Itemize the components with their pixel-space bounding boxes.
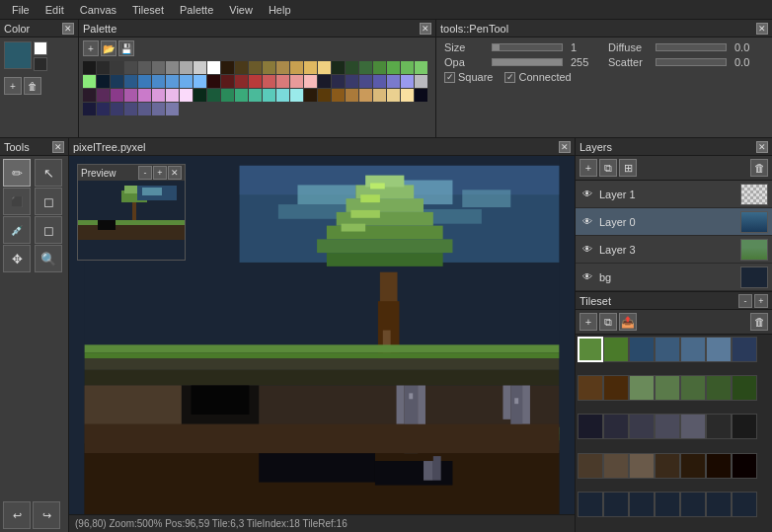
undo-btn[interactable]: ↩ [3, 501, 31, 529]
layer-visibility-btn[interactable]: 👁 [579, 242, 595, 258]
palette-color-swatch[interactable] [332, 61, 345, 74]
menu-palette[interactable]: Palette [172, 0, 221, 19]
tileset-cell[interactable] [680, 414, 706, 439]
palette-color-swatch[interactable] [332, 89, 345, 102]
menu-help[interactable]: Help [261, 0, 299, 19]
tileset-export-btn[interactable]: 📤 [619, 313, 637, 331]
palette-color-swatch[interactable] [304, 61, 317, 74]
palette-save-btn[interactable]: 💾 [118, 40, 134, 56]
tileset-plus-btn[interactable]: + [754, 294, 768, 308]
tileset-cell[interactable] [578, 414, 603, 439]
tileset-copy-btn[interactable]: ⧉ [599, 313, 617, 331]
menu-edit[interactable]: Edit [38, 0, 72, 19]
palette-color-swatch[interactable] [193, 75, 206, 88]
palette-color-swatch[interactable] [401, 61, 414, 74]
palette-color-swatch[interactable] [346, 89, 358, 102]
palette-color-swatch[interactable] [359, 61, 372, 74]
bg-color-swatch[interactable] [34, 41, 47, 55]
color-delete-btn[interactable]: 🗑 [24, 77, 41, 95]
preview-minus-btn[interactable]: - [138, 166, 152, 180]
palette-color-swatch[interactable] [290, 75, 303, 88]
extra-color-swatch[interactable] [34, 57, 47, 71]
tileset-cell[interactable] [603, 337, 629, 362]
fill-tool-btn[interactable]: ⬛ [3, 188, 31, 215]
palette-color-swatch[interactable] [318, 75, 331, 88]
palette-color-swatch[interactable] [290, 61, 303, 74]
palette-color-swatch[interactable] [152, 103, 165, 115]
preview-close-btn[interactable]: ✕ [168, 166, 182, 180]
menu-file[interactable]: File [4, 0, 38, 19]
tileset-cell[interactable] [629, 375, 655, 401]
palette-color-swatch[interactable] [83, 89, 96, 102]
tileset-cell[interactable] [578, 453, 603, 479]
palette-color-swatch[interactable] [111, 75, 123, 88]
tileset-cell[interactable] [732, 337, 757, 362]
palette-color-swatch[interactable] [387, 75, 400, 88]
tileset-cell[interactable] [578, 375, 603, 401]
palette-color-swatch[interactable] [249, 75, 262, 88]
palette-color-swatch[interactable] [276, 61, 289, 74]
zoom-tool-btn[interactable]: 🔍 [35, 245, 62, 272]
palette-color-swatch[interactable] [180, 89, 193, 102]
palette-color-swatch[interactable] [221, 75, 234, 88]
tileset-delete-btn[interactable]: 🗑 [750, 313, 768, 331]
diffuse-slider[interactable] [656, 43, 727, 51]
tileset-cell[interactable] [706, 414, 732, 439]
palette-color-swatch[interactable] [318, 61, 331, 74]
palette-color-swatch[interactable] [304, 89, 317, 102]
redo-btn[interactable]: ↪ [33, 501, 60, 529]
palette-color-swatch[interactable] [207, 89, 220, 102]
menu-canvas[interactable]: Canvas [72, 0, 124, 19]
palette-color-swatch[interactable] [415, 75, 427, 88]
palette-color-swatch[interactable] [387, 61, 400, 74]
palette-color-swatch[interactable] [207, 61, 220, 74]
palette-color-swatch[interactable] [263, 89, 275, 102]
preview-plus-btn[interactable]: + [153, 166, 167, 180]
palette-color-swatch[interactable] [401, 75, 414, 88]
eraser-tool-btn[interactable]: ◻ [35, 216, 62, 244]
tileset-cell[interactable] [655, 453, 680, 479]
palette-color-swatch[interactable] [124, 75, 137, 88]
shape-tool-btn[interactable]: ◻ [35, 188, 62, 215]
pen-tool-btn[interactable]: ✏ [3, 159, 31, 187]
canvas-close[interactable]: ✕ [559, 141, 571, 153]
palette-color-swatch[interactable] [83, 75, 96, 88]
tileset-cell[interactable] [629, 453, 655, 479]
palette-color-swatch[interactable] [138, 75, 151, 88]
palette-color-swatch[interactable] [249, 61, 262, 74]
tileset-cell[interactable] [603, 414, 629, 439]
palette-color-swatch[interactable] [97, 89, 110, 102]
palette-color-swatch[interactable] [373, 75, 386, 88]
layers-merge-btn[interactable]: ⊞ [619, 159, 637, 177]
tileset-minus-btn[interactable]: - [738, 294, 752, 308]
opa-slider[interactable] [492, 58, 563, 66]
palette-color-swatch[interactable] [111, 103, 123, 115]
layer-row[interactable]: 👁Layer 1 [576, 181, 772, 208]
color-add-btn[interactable]: + [4, 77, 22, 95]
palette-color-swatch[interactable] [166, 75, 179, 88]
palette-color-swatch[interactable] [83, 103, 96, 115]
palette-color-swatch[interactable] [415, 61, 427, 74]
palette-color-swatch[interactable] [235, 75, 248, 88]
palette-color-swatch[interactable] [138, 103, 151, 115]
layer-row[interactable]: 👁Layer 3 [576, 236, 772, 264]
palette-color-swatch[interactable] [97, 61, 110, 74]
palette-color-swatch[interactable] [235, 89, 248, 102]
palette-color-swatch[interactable] [166, 89, 179, 102]
tileset-cell[interactable] [706, 337, 732, 362]
palette-color-swatch[interactable] [152, 89, 165, 102]
palette-color-swatch[interactable] [263, 61, 275, 74]
layers-delete-btn[interactable]: 🗑 [750, 159, 768, 177]
palette-color-swatch[interactable] [415, 89, 427, 102]
tileset-cell[interactable] [629, 414, 655, 439]
palette-color-swatch[interactable] [290, 89, 303, 102]
palette-color-swatch[interactable] [152, 75, 165, 88]
move-tool-btn[interactable]: ✥ [3, 245, 31, 272]
palette-color-swatch[interactable] [221, 61, 234, 74]
tools-options-close[interactable]: ✕ [756, 23, 768, 35]
palette-color-swatch[interactable] [373, 61, 386, 74]
layers-add-btn[interactable]: + [579, 159, 597, 177]
tileset-cell[interactable] [578, 337, 603, 362]
menu-view[interactable]: View [221, 0, 261, 19]
tileset-cell[interactable] [680, 492, 706, 517]
